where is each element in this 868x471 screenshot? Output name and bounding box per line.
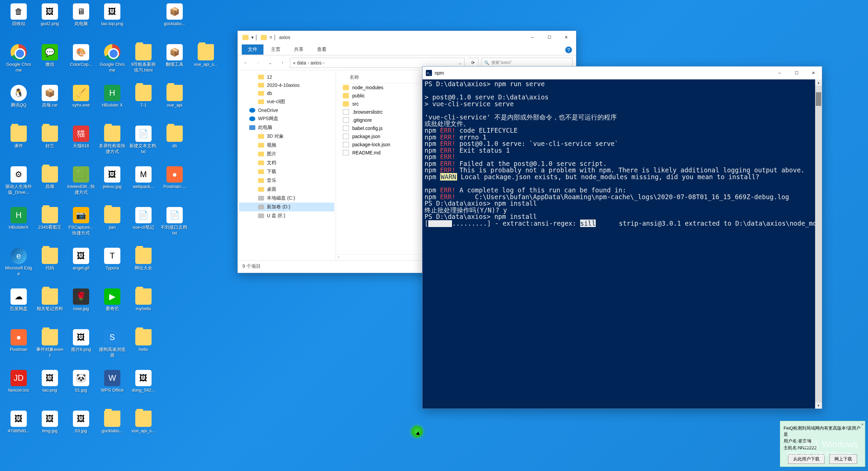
scrollbar-thumb[interactable] <box>816 92 821 106</box>
desktop-icon[interactable]: 7-1 <box>130 85 157 108</box>
tab-view[interactable]: 查看 <box>311 44 333 55</box>
nav-item[interactable]: OneDrive <box>239 106 334 114</box>
desktop-icon[interactable]: 📄vue-cli笔记 <box>130 207 157 230</box>
desktop-icon[interactable]: TTypora <box>98 248 126 271</box>
desktop-icon[interactable]: HHBuilderX <box>5 207 33 230</box>
desktop-icon[interactable]: eMicrosoft Edge <box>5 248 33 277</box>
desktop-icon[interactable]: 🌹rose.jpg <box>67 288 95 312</box>
nav-item[interactable]: 本地磁盘 (C:) <box>239 194 334 203</box>
tab-home[interactable]: 主页 <box>265 44 287 55</box>
terminal-window[interactable]: >_ npm ─ ☐ ✕ PS D:\data\axios> npm run s… <box>422 66 822 409</box>
desktop-icon[interactable]: Mwebpack... <box>130 166 157 190</box>
nav-item[interactable]: 桌面 <box>239 185 334 194</box>
desktop-icon[interactable]: 🎨ColorCop... <box>67 44 95 68</box>
desktop-icon[interactable]: vue_api_s... <box>130 411 157 434</box>
desktop-icon[interactable]: ●Postman <box>5 329 33 353</box>
desktop-icon[interactable]: 🧹syhx.exe <box>67 85 95 108</box>
desktop-icon[interactable]: gocklabo... <box>98 411 126 434</box>
desktop-icon[interactable]: 💬微信 <box>36 44 64 68</box>
navigation-pane[interactable]: 122020-4-10axiosdbvue-cli图OneDriveWPS网盘此… <box>238 70 336 260</box>
desktop-icon[interactable]: 📦昌堰.rar <box>36 85 64 108</box>
nav-item[interactable]: 2020-4-10axios <box>239 81 334 89</box>
desktop-icon[interactable]: vue_api_s... <box>192 44 220 68</box>
desktop-icon[interactable]: 网址大全 <box>130 248 157 271</box>
maximize-button[interactable]: ☐ <box>788 67 805 79</box>
desktop-icon[interactable]: 🖼god2.png <box>36 3 64 27</box>
desktop-icon[interactable]: HHBuilder X <box>98 85 126 108</box>
nav-item[interactable]: U 盘 (E:) <box>239 211 334 220</box>
path-seg[interactable]: axios <box>311 60 322 65</box>
back-button[interactable]: ← <box>241 58 251 68</box>
nav-item[interactable]: vue-cli图 <box>239 97 334 106</box>
close-button[interactable]: ✕ <box>805 67 822 79</box>
desktop-icon[interactable]: 猫天猫618 <box>67 126 95 149</box>
desktop-icon[interactable]: ▶爱奇艺 <box>98 288 126 312</box>
desktop-icon[interactable]: 🖼angel.gif <box>67 248 95 271</box>
minimize-button[interactable]: ─ <box>771 67 788 79</box>
tab-file[interactable]: 文件 <box>242 44 263 55</box>
desktop-icon[interactable]: 🖼47d8l5d0... <box>5 411 33 434</box>
nav-item[interactable]: 文档 <box>239 158 334 167</box>
desktop-icon[interactable]: 🐼01.jpg <box>67 370 95 393</box>
terminal-scrollbar[interactable]: ▴ ▾ <box>815 79 822 409</box>
desktop-icon[interactable]: 🟩InletexEM...快捷方式 <box>67 166 95 195</box>
recent-button[interactable]: ⌄ <box>265 58 275 68</box>
maximize-button[interactable]: ☐ <box>541 31 558 44</box>
desktop-icon[interactable]: 🐧腾讯QQ <box>5 85 33 108</box>
desktop-icon[interactable]: 好兰 <box>36 126 64 149</box>
explorer-titlebar[interactable]: ▾ │ = │ axios ─ ☐ ✕ <box>238 31 576 44</box>
chevron-down-icon[interactable]: ⌄ <box>458 60 462 65</box>
desktop-icon[interactable]: 🖥此电脑 <box>67 3 95 27</box>
desktop-icon[interactable]: 代码 <box>36 248 64 271</box>
desktop-icon[interactable]: 🖼dong_542... <box>130 370 157 393</box>
desktop-icon[interactable]: 📄新建文本文档.txt <box>130 126 157 155</box>
desktop-icon[interactable]: 📄不到接口文档.txt <box>161 207 189 236</box>
nav-item[interactable]: 视频 <box>239 141 334 150</box>
help-icon[interactable]: ? <box>565 46 572 53</box>
desktop-icon[interactable]: 🖼tao.top.png <box>98 3 126 27</box>
desktop-icon[interactable]: 事件对象event <box>36 329 64 358</box>
terminal-titlebar[interactable]: >_ npm ─ ☐ ✕ <box>422 67 822 79</box>
desktop-icon[interactable]: vue_api <box>161 85 189 108</box>
desktop-icon[interactable]: JDfavicon.ico <box>5 370 33 393</box>
desktop-icon[interactable]: 昌堰 <box>36 166 64 190</box>
nav-item[interactable]: 图片 <box>239 150 334 158</box>
desktop-icon[interactable]: 课件 <box>5 126 33 149</box>
desktop-icon[interactable]: 📷FSCapture...快捷方式 <box>67 207 95 236</box>
nav-item[interactable]: 音乐 <box>239 176 334 185</box>
desktop-icon[interactable]: ☁百度网盘 <box>5 288 33 312</box>
nav-item[interactable]: 下载 <box>239 167 334 176</box>
desktop-icon[interactable]: 📦gocklabo... <box>161 3 189 27</box>
nav-item[interactable]: db <box>239 89 334 97</box>
desktop-icon[interactable]: 🗑回收站 <box>5 3 33 27</box>
nav-item[interactable]: WPS网盘 <box>239 114 334 123</box>
nav-item[interactable]: 新加卷 (D:) <box>239 203 334 211</box>
desktop-icon[interactable]: Google Chrome <box>5 44 33 73</box>
tab-share[interactable]: 共享 <box>288 44 310 55</box>
forward-button[interactable]: → <box>253 58 263 68</box>
close-button[interactable]: ✕ <box>558 31 575 44</box>
desktop-icon[interactable]: 2345看图王 <box>36 207 64 230</box>
desktop-icon[interactable]: ⚙驱动人生海外版_Drive... <box>5 166 33 195</box>
desktop-icon[interactable]: 📦翻墙工具 <box>161 44 189 68</box>
path-seg[interactable]: data <box>297 60 306 65</box>
nav-item[interactable]: 3D 对象 <box>239 132 334 141</box>
scroll-up-icon[interactable]: ▴ <box>815 79 822 86</box>
desktop-icon[interactable]: jian <box>98 207 126 230</box>
desktop-icon[interactable]: 🖼timg.jpg <box>36 411 64 434</box>
desktop-icon[interactable]: 🖼tao.png <box>36 370 64 393</box>
nav-item[interactable]: 此电脑 <box>239 123 334 132</box>
up-button[interactable]: ↑ <box>278 58 287 68</box>
nav-item[interactable]: 12 <box>239 73 334 81</box>
desktop-icon[interactable]: hello <box>130 329 157 353</box>
desktop-icon[interactable]: 🖼图片6.png <box>67 329 95 353</box>
desktop-icon[interactable]: 🖼jiekou.jpg <box>98 166 126 190</box>
desktop-icon[interactable]: S搜狗高速浏览器 <box>98 329 126 358</box>
minimize-button[interactable]: ─ <box>524 31 541 44</box>
terminal-output[interactable]: PS D:\data\axios> npm run serve > post@0… <box>422 79 822 228</box>
desktop-icon[interactable]: myhello <box>130 288 157 312</box>
desktop-icon[interactable]: 相关笔记资料 <box>36 288 64 312</box>
desktop-icon[interactable]: 9导航条案例练习.html <box>130 44 157 73</box>
desktop-icon[interactable]: db <box>161 126 189 149</box>
desktop-icon[interactable]: WWPS Office <box>98 370 126 393</box>
